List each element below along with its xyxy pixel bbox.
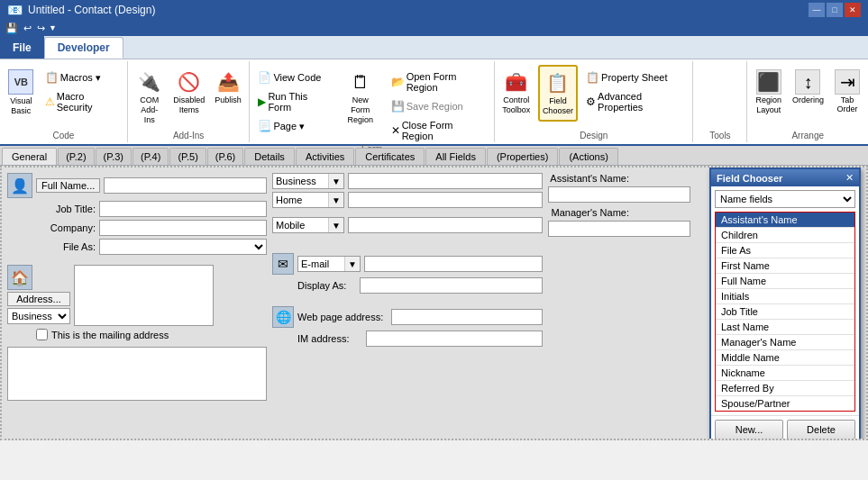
field-list-item-last-name[interactable]: Last Name bbox=[716, 320, 854, 335]
fullname-button[interactable]: Full Name... bbox=[36, 178, 100, 193]
minimize-button[interactable]: — bbox=[809, 3, 825, 17]
field-list-item-job-title[interactable]: Job Title bbox=[716, 304, 854, 320]
field-list-item-spouse-partner[interactable]: Spouse/Partner bbox=[716, 396, 854, 411]
macros-button[interactable]: 📋 Macros ▾ bbox=[41, 68, 123, 86]
region-layout-button[interactable]: ⬛ RegionLayout bbox=[751, 65, 786, 120]
fileas-label: File As: bbox=[7, 241, 96, 252]
display-as-input[interactable] bbox=[360, 277, 543, 294]
mailing-checkbox[interactable] bbox=[36, 329, 48, 340]
fileas-select[interactable] bbox=[99, 239, 267, 255]
mobile-phone-input[interactable] bbox=[348, 217, 543, 233]
save-region-button[interactable]: 💾 Save Region bbox=[387, 97, 490, 115]
field-list-item-first-name[interactable]: First Name bbox=[716, 258, 854, 274]
tab-file[interactable]: File bbox=[0, 36, 44, 59]
group-design-content: 🧰 ControlToolbox 📋 FieldChooser 📋 Proper… bbox=[498, 61, 689, 131]
form-tab-p6[interactable]: (P.6) bbox=[207, 148, 243, 165]
field-list-item-full-name[interactable]: Full Name bbox=[716, 274, 854, 289]
im-input[interactable] bbox=[366, 331, 543, 347]
new-form-region-button[interactable]: 🗒 New FormRegion bbox=[338, 65, 383, 129]
qa-dropdown-button[interactable]: ▼ bbox=[49, 23, 57, 32]
property-sheet-icon: 📋 bbox=[586, 71, 599, 84]
mobile-dropdown[interactable]: ▼ bbox=[328, 218, 343, 232]
close-form-region-button[interactable]: ✕ Close Form Region bbox=[387, 117, 490, 144]
region-layout-icon: ⬛ bbox=[756, 69, 781, 95]
field-chooser-delete-button[interactable]: Delete bbox=[787, 420, 855, 439]
fullname-input[interactable] bbox=[104, 177, 267, 194]
assistant-name-label: Assistant's Name: bbox=[548, 173, 629, 184]
code-small-btns: 📋 Macros ▾ ⚠ Macro Security bbox=[41, 68, 123, 115]
open-form-region-button[interactable]: 📂 Open Form Region bbox=[387, 68, 490, 95]
save-qa-button[interactable]: 💾 bbox=[4, 23, 20, 34]
close-button[interactable]: ✕ bbox=[845, 3, 861, 17]
undo-qa-button[interactable]: ↩ bbox=[22, 23, 33, 34]
form-tab-properties[interactable]: (Properties) bbox=[487, 148, 558, 165]
advanced-properties-button[interactable]: ⚙ Advanced Properties bbox=[581, 88, 689, 115]
company-input[interactable] bbox=[99, 220, 267, 236]
field-chooser-titlebar[interactable]: Field Chooser ✕ bbox=[711, 169, 859, 186]
page-button[interactable]: 📃 Page ▾ bbox=[253, 117, 334, 135]
run-form-button[interactable]: ▶ Run This Form bbox=[253, 88, 334, 115]
macro-security-button[interactable]: ⚠ Macro Security bbox=[41, 88, 123, 115]
visual-basic-button[interactable]: VB VisualBasic bbox=[4, 65, 39, 121]
form-tab-p4[interactable]: (P.4) bbox=[132, 148, 169, 165]
email-input[interactable] bbox=[364, 256, 543, 272]
form-tab-p5[interactable]: (P.5) bbox=[169, 148, 206, 165]
disabled-items-button[interactable]: 🚫 DisabledItems bbox=[169, 65, 209, 120]
form-tab-certificates[interactable]: Certificates bbox=[355, 148, 425, 165]
field-list-item-managers-name[interactable]: Manager's Name bbox=[716, 335, 854, 350]
control-toolbox-button[interactable]: 🧰 ControlToolbox bbox=[498, 65, 535, 120]
com-add-ins-button[interactable]: 🔌 COMAdd-Ins bbox=[132, 65, 168, 129]
group-addins-label: Add-Ins bbox=[132, 131, 246, 142]
field-list-item-assistants-name[interactable]: Assistant's Name bbox=[716, 213, 854, 228]
ordering-button[interactable]: ↕ Ordering bbox=[788, 65, 828, 109]
field-chooser-category[interactable]: Name fields bbox=[715, 190, 855, 208]
vb-icon: VB bbox=[8, 69, 33, 95]
form-tab-activities[interactable]: Activities bbox=[296, 148, 354, 165]
field-chooser-ribbon-button[interactable]: 📋 FieldChooser bbox=[538, 65, 578, 122]
home-phone-input[interactable] bbox=[348, 192, 543, 208]
jobtitle-label: Job Title: bbox=[7, 204, 96, 214]
field-list-item-initials[interactable]: Initials bbox=[716, 289, 854, 304]
webpage-input[interactable] bbox=[391, 309, 543, 325]
form-tab-p3[interactable]: (P.3) bbox=[96, 148, 132, 165]
field-chooser-new-button[interactable]: New... bbox=[715, 420, 783, 439]
tab-order-label: TabOrder bbox=[836, 95, 857, 113]
email-type: E-mail ▼ bbox=[297, 256, 361, 272]
view-code-button[interactable]: 📄 View Code bbox=[253, 68, 334, 86]
page-icon: 📃 bbox=[258, 120, 271, 132]
jobtitle-input[interactable] bbox=[99, 201, 267, 217]
form-tab-allfields[interactable]: All Fields bbox=[425, 148, 486, 165]
form-tab-details[interactable]: Details bbox=[244, 148, 295, 165]
view-code-icon: 📄 bbox=[258, 71, 271, 84]
assistant-name-input[interactable] bbox=[548, 186, 690, 203]
address-button[interactable]: Address... bbox=[7, 292, 70, 306]
field-list-item-referred-by[interactable]: Referred By bbox=[716, 381, 854, 396]
maximize-button[interactable]: □ bbox=[827, 3, 843, 17]
business-phone-type: Business ▼ bbox=[272, 173, 344, 189]
business-dropdown[interactable]: ▼ bbox=[328, 174, 343, 188]
notes-area[interactable] bbox=[7, 347, 267, 401]
publish-button[interactable]: 📤 Publish bbox=[211, 65, 246, 109]
tab-order-button[interactable]: ⇥ TabOrder bbox=[830, 65, 864, 118]
ribbon-group-design: 🧰 ControlToolbox 📋 FieldChooser 📋 Proper… bbox=[495, 61, 693, 142]
field-list-item-middle-name[interactable]: Middle Name bbox=[716, 350, 854, 366]
form-small-btns: 📄 View Code ▶ Run This Form 📃 Page ▾ bbox=[253, 68, 334, 135]
property-sheet-button[interactable]: 📋 Property Sheet bbox=[581, 68, 689, 86]
address-type-select[interactable]: Business bbox=[7, 308, 70, 324]
field-list-item-file-as[interactable]: File As bbox=[716, 243, 854, 258]
email-label: E-mail bbox=[298, 258, 344, 270]
business-phone-input[interactable] bbox=[348, 173, 543, 189]
field-list-item-nickname[interactable]: Nickname bbox=[716, 366, 854, 381]
email-dropdown[interactable]: ▼ bbox=[344, 257, 360, 271]
form-tab-general[interactable]: General bbox=[2, 148, 57, 165]
form-tab-p2[interactable]: (P.2) bbox=[58, 148, 94, 165]
field-list-item-children[interactable]: Children bbox=[716, 228, 854, 243]
address-textarea[interactable] bbox=[74, 265, 214, 326]
home-dropdown[interactable]: ▼ bbox=[328, 193, 343, 207]
manager-name-input[interactable] bbox=[548, 221, 690, 237]
address-side: 🏠 Address... Business bbox=[7, 265, 70, 324]
form-tab-actions[interactable]: (Actions) bbox=[559, 148, 617, 165]
redo-qa-button[interactable]: ↪ bbox=[35, 23, 47, 34]
field-chooser-close[interactable]: ✕ bbox=[845, 172, 854, 184]
tab-developer[interactable]: Developer bbox=[44, 37, 123, 59]
